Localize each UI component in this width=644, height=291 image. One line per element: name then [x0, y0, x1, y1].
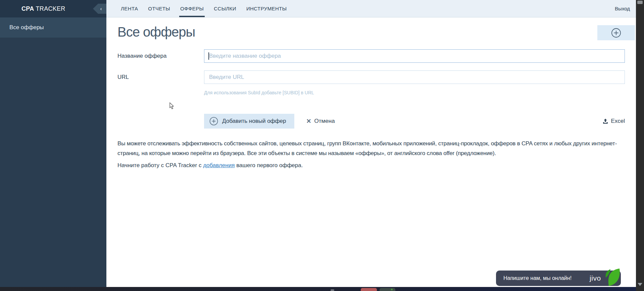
background-window-strip [0, 287, 644, 291]
tab-label: ОФФЕРЫ [180, 6, 204, 11]
add-new-offer-label: Добавить новый оффер [222, 118, 286, 125]
leaf-icon [604, 269, 620, 286]
scrollbar-down-arrow[interactable] [638, 283, 642, 286]
add-offer-link[interactable]: добавления [203, 162, 235, 168]
app-logo-rest: TRACKER [34, 5, 65, 12]
offer-url-input[interactable] [204, 70, 625, 84]
chevron-left-icon: ‹ [100, 6, 102, 11]
sidebar-collapse-button[interactable]: ‹ [93, 4, 106, 14]
logout-link[interactable]: Выход [615, 6, 630, 11]
top-navigation: ЛЕНТА ОТЧЕТЫ ОФФЕРЫ ССЫЛКИ ИНСТРУМЕНТЫ В… [106, 0, 636, 17]
excel-export-button[interactable]: Excel [602, 118, 625, 125]
offer-name-label: Название оффера [117, 49, 204, 63]
text-caret [208, 52, 209, 60]
sidebar-item-label: Все офферы [9, 24, 44, 31]
offer-name-row: Название оффера [117, 49, 625, 63]
background-window-fragment-red [361, 288, 377, 291]
main-content: Все офферы Название оффера URL Для испол… [106, 18, 636, 287]
form-actions: Добавить новый оффер ✕ Отмена Excel [204, 114, 625, 129]
excel-label: Excel [611, 118, 625, 125]
offer-url-input-wrap [204, 70, 625, 84]
tab-label: ЛЕНТА [121, 6, 138, 11]
app-logo-bold: CPA [21, 5, 34, 12]
tab-label: ССЫЛКИ [214, 6, 236, 11]
cancel-button[interactable]: ✕ Отмена [306, 117, 335, 125]
tab-ssylki[interactable]: ССЫЛКИ [209, 0, 241, 17]
chat-widget[interactable]: Напишите нам, мы онлайн! jivo [496, 271, 621, 286]
tab-lenta[interactable]: ЛЕНТА [116, 0, 143, 17]
add-offer-toggle-button[interactable] [597, 25, 635, 40]
intro-paragraph: Вы можете отслеживать эффективность собс… [117, 139, 626, 158]
app-logo: CPA TRACKER [21, 5, 65, 12]
circle-plus-icon [209, 117, 218, 126]
add-new-offer-button[interactable]: Добавить новый оффер [204, 114, 294, 129]
getting-started-after: вашего первого оффера. [235, 162, 303, 168]
background-window-fragment [331, 289, 334, 291]
subid-hint: Для использования SubId добавьте [SUBID]… [204, 90, 314, 95]
offer-name-input-wrap [204, 49, 625, 63]
tab-offery[interactable]: ОФФЕРЫ [175, 0, 209, 17]
jivo-logo: jivo [590, 274, 601, 282]
sidebar: CPA TRACKER ‹ Все офферы [0, 0, 106, 287]
offer-name-input[interactable] [204, 49, 625, 63]
page-title: Все офферы [117, 25, 195, 40]
close-icon: ✕ [306, 117, 311, 125]
vertical-scrollbar[interactable] [636, 0, 644, 291]
tab-label: ИНСТРУМЕНТЫ [246, 6, 287, 11]
chat-message: Напишите нам, мы онлайн! [503, 275, 572, 281]
nav-tabs: ЛЕНТА ОТЧЕТЫ ОФФЕРЫ ССЫЛКИ ИНСТРУМЕНТЫ [106, 0, 292, 17]
offer-url-label: URL [117, 70, 204, 84]
getting-started-paragraph: Начните работу с CPA Tracker с добавлени… [117, 162, 303, 169]
sidebar-item-all-offers[interactable]: Все офферы [0, 17, 106, 38]
scrollbar-thumb[interactable] [637, 1, 643, 4]
sidebar-header: CPA TRACKER ‹ [0, 0, 106, 17]
circle-plus-icon [611, 28, 621, 38]
upload-icon [602, 118, 608, 124]
tab-instrumenty[interactable]: ИНСТРУМЕНТЫ [241, 0, 292, 17]
getting-started-before: Начните работу с CPA Tracker с [117, 162, 203, 168]
cancel-label: Отмена [314, 118, 335, 125]
tab-label: ОТЧЕТЫ [148, 6, 170, 11]
offer-url-row: URL [117, 70, 625, 84]
background-window-fragment-green [380, 288, 395, 291]
tab-otchety[interactable]: ОТЧЕТЫ [143, 0, 175, 17]
